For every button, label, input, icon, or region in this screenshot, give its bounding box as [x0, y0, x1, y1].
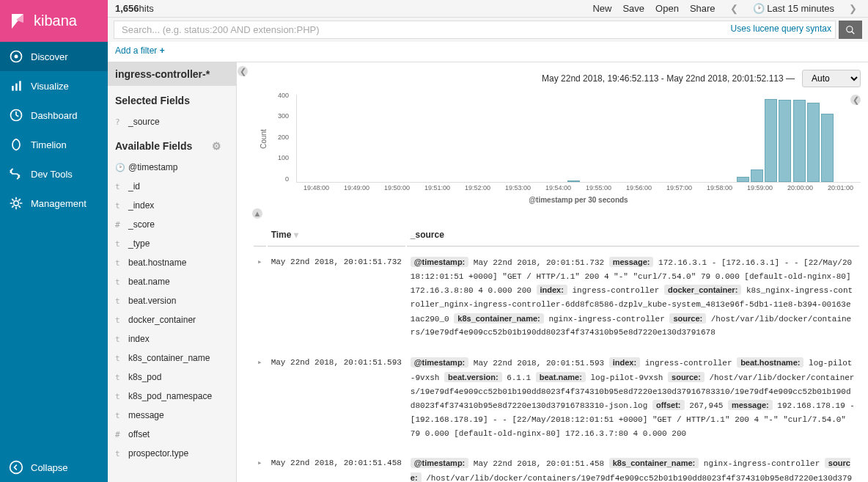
time-range-button[interactable]: 🕑 Last 15 minutes: [753, 3, 834, 14]
field-k8s-container-name[interactable]: t k8s_container_name: [108, 348, 236, 368]
field--type[interactable]: t _type: [108, 234, 236, 253]
nav-label: Management: [31, 198, 87, 209]
field-source[interactable]: ?_source: [108, 112, 236, 131]
field-tag: docker_container:: [664, 285, 741, 295]
svg-line-7: [16, 115, 18, 117]
field-message[interactable]: t message: [108, 406, 236, 425]
column-source[interactable]: _source: [407, 224, 859, 247]
field-@timestamp[interactable]: 🕑 @timestamp: [108, 158, 236, 177]
timelion-icon: [9, 137, 23, 152]
expand-row-icon[interactable]: ▸: [254, 248, 266, 347]
field-k8s-pod[interactable]: t k8s_pod: [108, 368, 236, 387]
save-button[interactable]: Save: [622, 3, 644, 14]
kibana-logo[interactable]: kibana: [0, 0, 108, 42]
collapse-icon: [9, 460, 23, 475]
nav-dev-tools[interactable]: Dev Tools: [0, 159, 108, 189]
field-type-icon: t: [115, 277, 122, 287]
nav-visualize[interactable]: Visualize: [0, 71, 108, 101]
row-time: May 22nd 2018, 20:01:51.593: [268, 348, 405, 448]
share-button[interactable]: Share: [690, 3, 716, 14]
field-offset[interactable]: # offset: [108, 425, 236, 444]
chart-bar[interactable]: [807, 103, 820, 182]
field-prospector-type[interactable]: t prospector.type: [108, 444, 236, 463]
hits-label: hits: [139, 3, 154, 14]
svg-rect-4: [19, 81, 21, 90]
time-back-icon[interactable]: ❮: [727, 3, 742, 14]
x-tick: 19:49:00: [344, 184, 369, 191]
field-beat-hostname[interactable]: t beat.hostname: [108, 253, 236, 272]
field-beat-name[interactable]: t beat.name: [108, 272, 236, 291]
chart-bar[interactable]: [737, 177, 749, 182]
field-tag: index:: [537, 285, 567, 295]
expand-row-icon[interactable]: ▸: [254, 348, 266, 448]
chart-bar[interactable]: [793, 100, 806, 182]
field-name: @timestamp: [128, 162, 178, 172]
field-name: docker_container: [128, 315, 196, 325]
field-index[interactable]: t index: [108, 329, 236, 348]
chart-bar[interactable]: [751, 169, 763, 182]
field-type-icon: t: [115, 315, 122, 325]
field-name: _id: [128, 181, 140, 191]
new-button[interactable]: New: [592, 3, 611, 14]
x-tick: 19:56:00: [626, 184, 652, 191]
scroll-top-icon[interactable]: ▲: [252, 208, 262, 219]
add-filter-button[interactable]: Add a filter +: [115, 45, 165, 56]
field-name: _index: [128, 200, 154, 211]
nav-management[interactable]: Management: [0, 189, 108, 218]
field-name: _source: [128, 117, 160, 127]
chart-bar[interactable]: [779, 100, 791, 182]
collapse-label: Collapse: [31, 462, 68, 473]
field--score[interactable]: # _score: [108, 215, 236, 234]
dev-tools-icon: [9, 167, 23, 181]
field--id[interactable]: t _id: [108, 177, 236, 196]
time-forward-icon[interactable]: ❯: [845, 3, 861, 14]
x-tick: 19:59:00: [747, 184, 773, 191]
svg-point-1: [15, 55, 18, 59]
field-tag: beat.name:: [536, 372, 586, 382]
nav-discover[interactable]: Discover: [0, 42, 108, 71]
field-tag: index:: [609, 357, 640, 368]
field--index[interactable]: t _index: [108, 196, 236, 215]
chart-bar[interactable]: [821, 114, 834, 183]
x-tick: 19:54:00: [545, 184, 571, 191]
row-source[interactable]: @timestamp: May 22nd 2018, 20:01:51.732 …: [407, 248, 859, 347]
x-tick: 19:58:00: [707, 184, 732, 191]
field-name: beat.hostname: [128, 258, 186, 268]
search-button[interactable]: [839, 21, 862, 39]
field-name: _score: [128, 219, 155, 230]
chart-bar[interactable]: [567, 180, 580, 182]
chart-header: May 22nd 2018, 19:46:52.113 - May 22nd 2…: [252, 62, 861, 95]
field-docker-container[interactable]: t docker_container: [108, 310, 236, 329]
main-content: May 22nd 2018, 19:46:52.113 - May 22nd 2…: [245, 62, 868, 482]
field-type-icon: t: [115, 258, 122, 268]
collapse-button[interactable]: Collapse: [0, 453, 108, 482]
row-time: May 22nd 2018, 20:01:51.458: [268, 449, 405, 482]
y-tick: 300: [278, 112, 289, 120]
y-tick: 400: [278, 92, 289, 99]
x-axis: @timestamp per 30 seconds 19:48:0019:49:…: [296, 183, 861, 197]
nav-dashboard[interactable]: Dashboard: [0, 101, 108, 130]
field-type-icon: t: [115, 354, 122, 363]
search-input[interactable]: [114, 21, 836, 39]
x-tick: 20:00:00: [787, 184, 813, 191]
interval-select[interactable]: Auto: [802, 70, 861, 87]
chart-bar[interactable]: [765, 99, 777, 182]
column-time[interactable]: Time ▾: [268, 224, 405, 247]
expand-row-icon[interactable]: ▸: [254, 449, 266, 482]
lucene-hint[interactable]: Uses lucene query syntax: [731, 23, 831, 34]
open-button[interactable]: Open: [655, 3, 679, 14]
x-axis-label: @timestamp per 30 seconds: [529, 196, 628, 204]
field-k8s-pod-namespace[interactable]: t k8s_pod_namespace: [108, 387, 236, 406]
histogram-chart[interactable]: ❮ Count 0100200300400 @timestamp per 30 …: [274, 95, 861, 205]
gear-icon[interactable]: ⚙: [212, 140, 221, 152]
index-pattern-selector[interactable]: ingress-controller-*: [108, 62, 236, 86]
nav-timelion[interactable]: Timelion: [0, 130, 108, 159]
x-tick: 19:57:00: [666, 184, 692, 191]
field-beat-version[interactable]: t beat.version: [108, 291, 236, 310]
search-icon: [845, 25, 856, 35]
nav-label: Timelion: [31, 139, 67, 150]
row-source[interactable]: @timestamp: May 22nd 2018, 20:01:51.458 …: [407, 449, 859, 482]
row-source[interactable]: @timestamp: May 22nd 2018, 20:01:51.593 …: [407, 348, 859, 448]
document-table: Time ▾ _source ▸ May 22nd 2018, 20:01:51…: [252, 222, 861, 482]
svg-line-11: [852, 31, 855, 34]
